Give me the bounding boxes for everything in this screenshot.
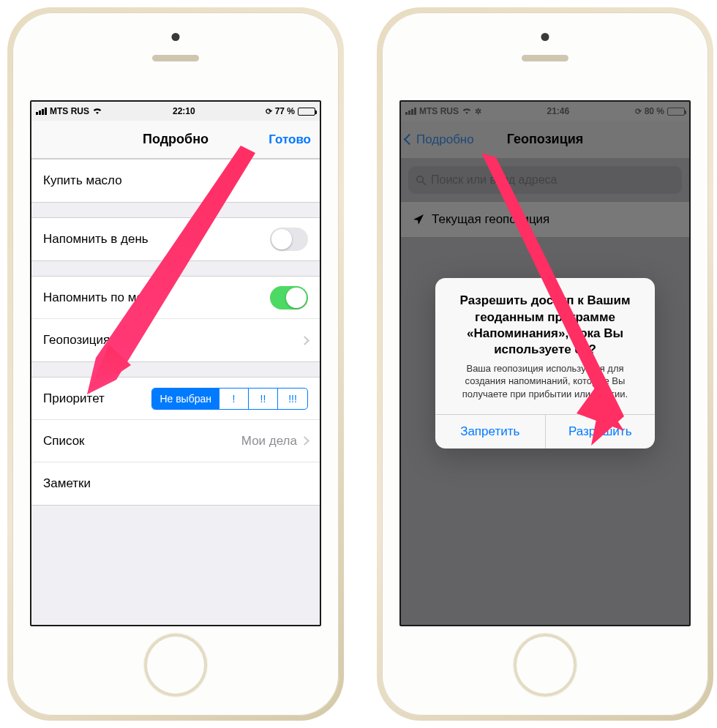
priority-segmented[interactable]: Не выбран ! !! !!! (151, 388, 308, 410)
permission-alert: Разрешить доступ к Вашим геоданным прогр… (435, 278, 655, 448)
notes-label: Заметки (43, 476, 91, 491)
priority-seg-med[interactable]: !! (249, 389, 278, 409)
home-button[interactable] (514, 634, 577, 697)
location-label: Геопозиция (43, 333, 110, 348)
remind-day-switch[interactable] (270, 228, 308, 251)
home-button[interactable] (144, 634, 207, 697)
priority-row[interactable]: Приоритет Не выбран ! !! !!! (31, 378, 320, 420)
signal-icon (36, 108, 47, 115)
alert-overlay: Разрешить доступ к Вашим геоданным прогр… (401, 102, 689, 625)
screen-left: MTS RUS 22:10 ⟳ 77 % Подробно Готово (30, 100, 321, 626)
wifi-icon (92, 106, 102, 117)
status-bar: MTS RUS 22:10 ⟳ 77 % (31, 102, 320, 121)
allow-button[interactable]: Разрешить (546, 415, 656, 449)
camera-icon (541, 33, 549, 41)
list-value: Мои дела (241, 434, 297, 449)
rotation-lock-icon: ⟳ (266, 107, 272, 116)
remind-day-row[interactable]: Напомнить в день (31, 218, 320, 260)
speaker-icon (152, 55, 199, 61)
reminder-title-field[interactable]: Купить масло (31, 160, 320, 202)
camera-icon (172, 33, 180, 41)
remind-place-row[interactable]: Напомнить по месту (31, 277, 320, 319)
remind-day-label: Напомнить в день (43, 232, 149, 247)
alert-title: Разрешить доступ к Вашим геоданным прогр… (447, 293, 643, 357)
nav-bar: Подробно Готово (31, 121, 320, 159)
carrier-label: MTS RUS (50, 106, 89, 116)
chevron-right-icon (300, 436, 309, 446)
list-row[interactable]: Список Мои дела (31, 420, 320, 462)
chevron-right-icon (300, 336, 309, 345)
done-button[interactable]: Готово (269, 132, 311, 147)
screen-right: MTS RUS ✲ 21:46 ⟳ 80 % Подробно (399, 100, 691, 626)
phone-frame-left: MTS RUS 22:10 ⟳ 77 % Подробно Готово (7, 7, 344, 721)
priority-seg-high[interactable]: !!! (278, 389, 307, 409)
notes-row[interactable]: Заметки (31, 462, 320, 505)
remind-place-switch[interactable] (270, 286, 308, 309)
nav-title: Подробно (143, 132, 209, 147)
alert-message: Ваша геопозиция используется для создани… (447, 362, 643, 401)
priority-seg-none[interactable]: Не выбран (152, 389, 219, 409)
priority-label: Приоритет (43, 391, 105, 406)
battery-icon (298, 108, 315, 116)
phone-frame-right: MTS RUS ✲ 21:46 ⟳ 80 % Подробно (377, 7, 713, 721)
battery-pct: 77 % (275, 106, 295, 116)
list-label: Список (43, 434, 85, 449)
reminder-title-label: Купить масло (43, 173, 122, 188)
deny-button[interactable]: Запретить (435, 415, 546, 449)
status-time: 22:10 (173, 106, 195, 116)
remind-place-label: Напомнить по месту (43, 290, 162, 305)
speaker-icon (522, 55, 568, 61)
content-left: Купить масло Напомнить в день Напомнить … (31, 159, 320, 625)
priority-seg-low[interactable]: ! (219, 389, 249, 409)
location-row[interactable]: Геопозиция (31, 319, 320, 361)
